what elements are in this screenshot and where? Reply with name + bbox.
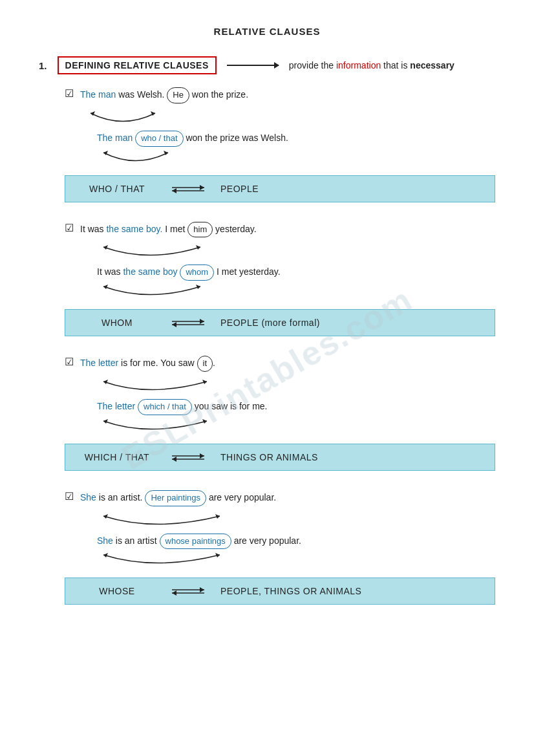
curve-arrow-which1 [97,378,226,398]
curve-arrow-whose2 [97,552,239,571]
rule-box-which: WHICH / THAT THINGS OR ANIMALS [65,444,495,471]
example-whom-lines: It was the same boy. I met him yesterday… [80,222,495,241]
svg-marker-8 [103,245,108,250]
example-whose-lines: She is an artist. Her paintings are very… [80,490,495,509]
svg-marker-11 [196,285,200,289]
svg-marker-19 [202,419,207,424]
svg-marker-9 [196,245,200,250]
rule-word-which: WHICH / THAT [78,452,156,462]
curve-arrow-whom1 [97,244,226,263]
example-which-line1: The letter is for me. You saw it. [80,356,495,372]
rule-target-whom: PEOPLE (more formal) [220,318,320,328]
oval-which-that: which / that [138,399,192,415]
oval-whose-paintings: whose paintings [160,534,231,550]
defining-label: DEFINING RELATIVE CLAUSES [58,56,217,74]
curve-arrow-who2 [97,149,200,169]
rule-word-whose: WHOSE [78,586,156,596]
oval-her-paintings: Her paintings [145,490,206,506]
svg-marker-26 [103,553,108,557]
svg-marker-10 [103,285,108,289]
svg-marker-16 [103,380,108,384]
oval-him: him [187,222,213,238]
svg-marker-21 [200,453,204,459]
svg-marker-15 [172,322,176,327]
svg-marker-24 [103,514,108,519]
rule-box-who: WHO / THAT PEOPLE [65,175,495,202]
section-number: 1. [39,60,47,71]
example-whom: ☑ It was the same boy. I met him yesterd… [65,222,495,337]
double-arrow-whom [169,316,208,329]
example-whose-row: ☑ She is an artist. Her paintings are ve… [65,490,495,509]
header-description: provide the information that is necessar… [289,60,454,70]
page-title: RELATIVE CLAUSES [39,26,495,37]
curve-arrow-which2 [97,418,226,437]
svg-marker-7 [172,188,176,193]
oval-he: He [167,87,189,103]
curve-arrow-whom2 [97,283,226,303]
svg-marker-25 [215,514,220,519]
curve-arrow-who1 [71,110,175,129]
example-who-lines: The man was Welsh. He won the prize. [80,87,495,106]
rule-target-whose: PEOPLE, THINGS OR ANIMALS [220,586,361,596]
svg-marker-5 [200,185,204,190]
section-header: 1. DEFINING RELATIVE CLAUSES provide the… [39,56,495,74]
rule-box-whom: WHOM PEOPLE (more formal) [65,309,495,336]
example-whom-line1: It was the same boy. I met him yesterday… [80,222,495,238]
svg-marker-29 [200,587,204,592]
svg-marker-13 [200,319,204,324]
svg-marker-23 [172,457,176,462]
double-arrow-which [169,451,208,464]
double-arrow-who [169,182,208,195]
oval-it: it [197,356,213,372]
checkbox-whose: ☑ [65,490,74,502]
example-which-lines: The letter is for me. You saw it. [80,356,495,374]
double-arrow-whose [169,585,208,598]
rule-box-whose: WHOSE PEOPLE, THINGS OR ANIMALS [65,578,495,605]
header-arrow [227,65,279,66]
example-whom-row: ☑ It was the same boy. I met him yesterd… [65,222,495,241]
svg-marker-17 [202,380,207,384]
example-which-line2: The letter which / that you saw is for m… [97,399,495,415]
example-whose-line1: She is an artist. Her paintings are very… [80,490,495,506]
svg-marker-31 [172,590,176,596]
example-whose: ☑ She is an artist. Her paintings are ve… [65,490,495,605]
rule-target-who: PEOPLE [220,184,259,194]
rule-word-whom: WHOM [78,318,156,328]
oval-whom: whom [180,265,214,281]
rule-target-which: THINGS OR ANIMALS [220,452,318,462]
example-which: ☑ The letter is for me. You saw it. The … [65,356,495,471]
oval-who-that: who / that [135,131,183,147]
example-who-line2: The man who / that won the prize was Wel… [97,131,495,147]
rule-word-who: WHO / THAT [78,184,156,194]
example-who: ☑ The man was Welsh. He won the prize. T… [65,87,495,202]
example-whom-line2: It was the same boy whom I met yesterday… [97,265,495,281]
example-which-row: ☑ The letter is for me. You saw it. [65,356,495,374]
example-who-row: ☑ The man was Welsh. He won the prize. [65,87,495,106]
svg-marker-18 [103,419,108,424]
checkbox-whom: ☑ [65,222,74,234]
example-who-line1: The man was Welsh. He won the prize. [80,87,495,103]
svg-marker-27 [215,553,220,557]
checkbox-which: ☑ [65,356,74,368]
example-whose-line2: She is an artist whose paintings are ver… [97,534,495,550]
checkbox-who: ☑ [65,87,74,100]
curve-arrow-whose1 [97,513,239,532]
